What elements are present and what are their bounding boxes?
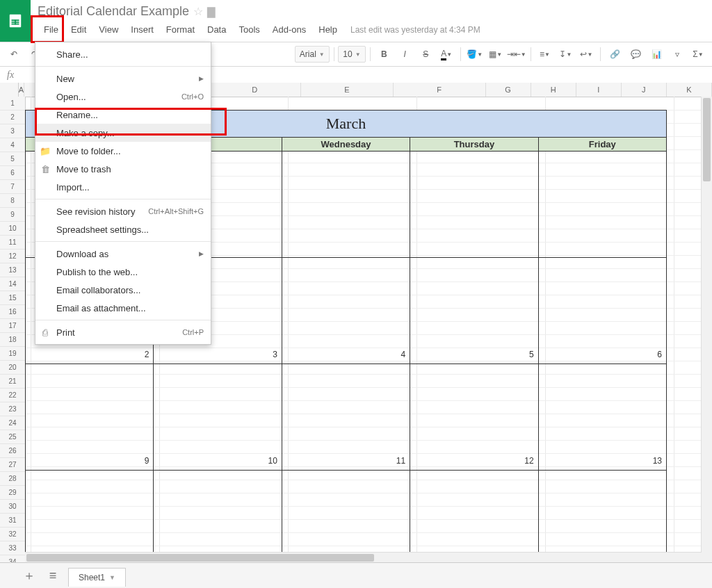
file-menu-item[interactable]: ⎙PrintCtrl+P bbox=[35, 323, 211, 341]
calendar-cell[interactable]: 20 bbox=[539, 471, 666, 563]
row-header[interactable]: 17 bbox=[0, 319, 25, 333]
row-header[interactable]: 21 bbox=[0, 375, 25, 389]
insert-chart-icon[interactable]: 📊 bbox=[647, 46, 666, 63]
font-select[interactable]: Arial▼ bbox=[295, 46, 330, 63]
row-header[interactable]: 30 bbox=[0, 500, 25, 514]
row-header[interactable]: 24 bbox=[0, 416, 25, 430]
all-sheets-button[interactable]: ≡ bbox=[44, 567, 61, 584]
text-wrap-icon[interactable]: ↩ ▼ bbox=[576, 46, 596, 63]
menu-insert[interactable]: Insert bbox=[124, 22, 160, 38]
menu-edit[interactable]: Edit bbox=[65, 22, 92, 38]
column-header[interactable]: E bbox=[301, 83, 394, 97]
row-header[interactable]: 3 bbox=[0, 124, 25, 138]
row-header[interactable]: 8 bbox=[0, 194, 25, 208]
file-menu-item[interactable]: Import... bbox=[35, 178, 211, 196]
undo-icon[interactable]: ↶ bbox=[4, 46, 24, 63]
merge-cells-icon[interactable]: ⇥⇤ ▼ bbox=[507, 46, 526, 63]
menu-view[interactable]: View bbox=[92, 22, 124, 38]
row-header[interactable]: 18 bbox=[0, 333, 25, 347]
file-menu-item[interactable]: Publish to the web... bbox=[35, 263, 211, 281]
fill-color-icon[interactable]: 🪣 ▼ bbox=[465, 46, 485, 63]
scrollbar-vertical[interactable] bbox=[701, 97, 712, 563]
row-header[interactable]: 27 bbox=[0, 458, 25, 472]
column-header[interactable]: K bbox=[667, 83, 712, 97]
row-header[interactable]: 33 bbox=[0, 541, 25, 555]
calendar-cell[interactable]: 13 bbox=[539, 364, 666, 470]
menu-format[interactable]: Format bbox=[160, 22, 201, 38]
column-header[interactable]: A bbox=[19, 83, 24, 97]
menu-data[interactable]: Data bbox=[201, 22, 232, 38]
calendar-cell[interactable]: 4 bbox=[282, 258, 410, 364]
sheet-tab-caret-icon[interactable]: ▼ bbox=[109, 574, 115, 581]
row-header[interactable]: 23 bbox=[0, 402, 25, 416]
row-header[interactable]: 32 bbox=[0, 528, 25, 541]
italic-icon[interactable]: I bbox=[395, 46, 414, 63]
calendar-cell[interactable]: 11 bbox=[282, 364, 410, 470]
file-menu-item[interactable]: See revision historyCtrl+Alt+Shift+G bbox=[35, 202, 211, 220]
row-header[interactable]: 19 bbox=[0, 347, 25, 361]
scrollbar-thumb-v[interactable] bbox=[703, 98, 711, 181]
row-header[interactable]: 31 bbox=[0, 514, 25, 528]
menu-help[interactable]: Help bbox=[312, 22, 343, 38]
row-header[interactable]: 2 bbox=[0, 111, 25, 124]
functions-icon[interactable]: Σ ▼ bbox=[688, 46, 708, 63]
row-header[interactable]: 5 bbox=[0, 152, 25, 166]
file-menu-item[interactable]: Spreadsheet settings... bbox=[35, 220, 211, 238]
row-header[interactable]: 1 bbox=[0, 97, 25, 111]
row-header[interactable]: 29 bbox=[0, 486, 25, 500]
column-header[interactable]: I bbox=[576, 83, 622, 97]
row-header[interactable]: 26 bbox=[0, 444, 25, 458]
file-menu-item[interactable]: Download as▶ bbox=[35, 245, 211, 263]
sheets-logo[interactable] bbox=[0, 0, 31, 42]
row-header[interactable]: 14 bbox=[0, 277, 25, 291]
file-menu-item[interactable]: Share... bbox=[35, 45, 211, 63]
calendar-cell[interactable]: 19 bbox=[410, 471, 538, 563]
calendar-cell[interactable] bbox=[282, 152, 410, 257]
row-header[interactable]: 20 bbox=[0, 361, 25, 375]
calendar-cell[interactable]: 6 bbox=[539, 258, 666, 364]
insert-link-icon[interactable]: 🔗 bbox=[605, 46, 624, 63]
calendar-cell[interactable]: 18 bbox=[282, 471, 410, 563]
file-menu-item[interactable]: Email as attachment... bbox=[35, 299, 211, 317]
column-header[interactable]: D bbox=[209, 83, 301, 97]
file-menu-item[interactable]: Make a copy... bbox=[35, 124, 211, 142]
menu-addons[interactable]: Add-ons bbox=[266, 22, 312, 38]
scrollbar-thumb-h[interactable] bbox=[26, 554, 374, 562]
star-icon[interactable]: ☆ bbox=[193, 5, 203, 18]
scrollbar-horizontal[interactable] bbox=[25, 552, 702, 563]
add-sheet-button[interactable]: ＋ bbox=[21, 567, 38, 584]
bold-icon[interactable]: B bbox=[374, 46, 394, 63]
row-header[interactable]: 9 bbox=[0, 208, 25, 222]
calendar-cell[interactable]: 5 bbox=[410, 258, 538, 364]
file-menu-item[interactable]: 📁Move to folder... bbox=[35, 142, 211, 160]
column-header[interactable]: G bbox=[486, 83, 531, 97]
file-menu-item[interactable]: Open...Ctrl+O bbox=[35, 88, 211, 106]
row-header[interactable]: 22 bbox=[0, 389, 25, 402]
font-size-select[interactable]: 10▼ bbox=[338, 46, 365, 63]
calendar-cell[interactable]: 9 bbox=[26, 364, 154, 470]
row-header[interactable]: 6 bbox=[0, 166, 25, 180]
file-menu-item[interactable]: Email collaborators... bbox=[35, 281, 211, 299]
file-menu-item[interactable]: Rename... bbox=[35, 106, 211, 124]
menu-file[interactable]: File bbox=[38, 22, 65, 38]
v-align-icon[interactable]: ↧ ▼ bbox=[556, 46, 575, 63]
file-menu-item[interactable]: 🗑Move to trash bbox=[35, 160, 211, 178]
select-all-cell[interactable] bbox=[0, 83, 19, 97]
row-header[interactable]: 13 bbox=[0, 263, 25, 277]
calendar-cell[interactable]: 10 bbox=[154, 364, 282, 470]
strikethrough-icon[interactable]: S bbox=[416, 46, 435, 63]
row-header[interactable]: 12 bbox=[0, 250, 25, 263]
row-header[interactable]: 11 bbox=[0, 236, 25, 250]
row-header[interactable]: 7 bbox=[0, 180, 25, 194]
folder-icon[interactable]: ▇ bbox=[207, 6, 216, 18]
row-header[interactable]: 4 bbox=[0, 138, 25, 152]
calendar-cell[interactable]: 16 bbox=[26, 471, 154, 563]
calendar-cell[interactable] bbox=[410, 152, 538, 257]
calendar-cell[interactable] bbox=[539, 152, 666, 257]
column-header[interactable]: F bbox=[394, 83, 486, 97]
calendar-cell[interactable]: 12 bbox=[410, 364, 538, 470]
file-menu-item[interactable]: New▶ bbox=[35, 70, 211, 88]
calendar-cell[interactable]: 17 bbox=[154, 471, 282, 563]
column-header[interactable]: H bbox=[531, 83, 576, 97]
sheet-tab[interactable]: Sheet1 ▼ bbox=[68, 568, 126, 587]
